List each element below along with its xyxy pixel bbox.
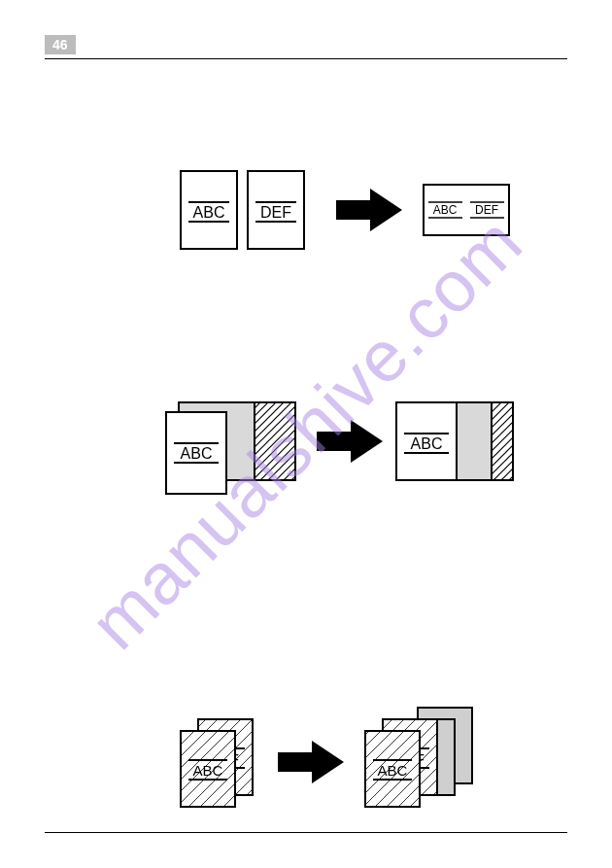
header: 46	[45, 35, 567, 60]
row1-left-a-text: ABC	[193, 204, 225, 221]
content: ABC DEF ABC DEF	[45, 84, 567, 821]
row3-right-a-text: ABC	[378, 762, 408, 779]
row2-right: ABC	[396, 402, 513, 480]
row1-left-sheet-b: DEF	[248, 171, 304, 249]
page-number: 46	[45, 35, 76, 54]
row1-right-sheet: ABC DEF	[424, 185, 509, 235]
footer-rule	[45, 832, 567, 833]
row2-left-text: ABC	[181, 445, 213, 462]
diagram-row-2: ABC ABC	[45, 385, 569, 521]
row2-left: ABC	[166, 402, 295, 494]
row1-right-b-text: DEF	[475, 203, 498, 217]
row1-left-sheet-a: ABC	[181, 171, 237, 249]
page: 46 manualshive.com ABC DEF	[45, 35, 567, 833]
row1-left-b-text: DEF	[260, 204, 291, 221]
arrow-icon	[278, 741, 344, 783]
diagram-row-1: ABC DEF ABC DEF	[45, 161, 569, 278]
header-rule	[45, 58, 567, 59]
arrow-icon	[336, 189, 402, 231]
diagram-row-3: DEF ABC DEF	[45, 706, 569, 842]
row3-left: DEF ABC	[181, 719, 253, 807]
row2-right-text: ABC	[411, 435, 443, 452]
row3-left-a-text: ABC	[193, 762, 223, 779]
row1-right-a-text: ABC	[433, 203, 458, 217]
arrow-icon	[317, 420, 383, 463]
row3-right: DEF ABC	[365, 708, 472, 807]
